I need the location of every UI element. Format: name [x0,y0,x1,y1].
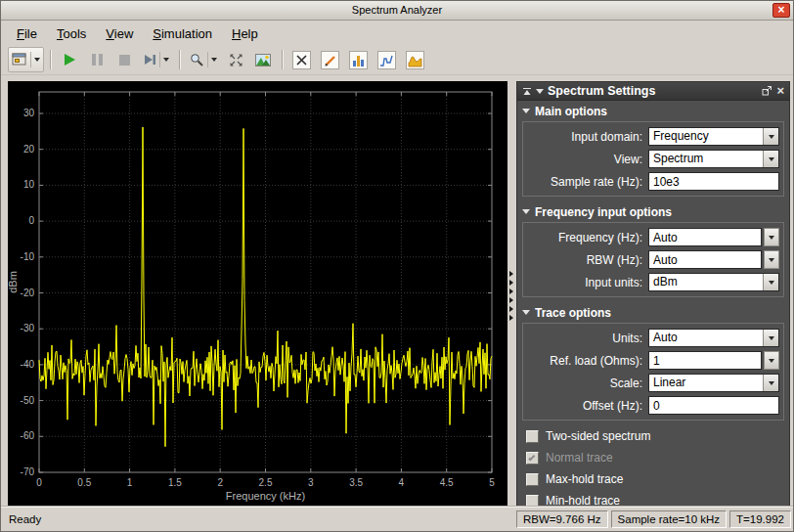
view-select[interactable]: Spectrum [648,150,779,168]
section-main-options[interactable]: Main options [517,101,789,121]
stop-button [111,47,137,72]
collapse-all-icon[interactable] [522,87,532,96]
peak-finder-button[interactable] [317,47,343,72]
zoom-button[interactable] [186,47,221,72]
title-bar[interactable]: Spectrum Analyzer × [1,1,793,21]
close-button[interactable]: × [772,3,790,18]
menu-file[interactable]: File [7,23,47,44]
svg-text:2.5: 2.5 [259,477,273,488]
run-button[interactable] [57,47,82,72]
rbw-input[interactable] [648,250,762,269]
cursor-measurements-button[interactable] [288,47,315,72]
input-units-select[interactable]: dBm [648,273,779,291]
section-frequency-input-options[interactable]: Frequency input options [517,201,789,222]
toolbar [1,45,793,75]
spectrum-plot[interactable]: 00.511.522.533.544.553020100-10-20-30-40… [8,81,507,507]
normal-trace-checkbox [526,452,539,465]
dropdown-button[interactable] [763,330,778,346]
chevron-down-icon [769,281,774,285]
fit-to-view-icon [229,53,243,67]
svg-text:-20: -20 [21,288,35,298]
min-hold-trace-row[interactable]: Min-hold trace [517,490,789,507]
normal-trace-row: Normal trace [517,447,789,468]
main-options-group: Input domain: Frequency View: Spectrum S… [522,121,784,197]
max-hold-trace-label: Max-hold trace [546,472,623,486]
input-units-label: Input units: [527,276,648,289]
spectrum-display[interactable]: 00.511.522.533.544.553020100-10-20-30-40… [8,81,507,507]
ref-load-row: Ref. load (Ohms): [527,349,779,372]
dropdown-button[interactable] [763,375,778,391]
section-trace-options[interactable]: Trace options [517,302,789,323]
svg-text:1: 1 [127,477,133,488]
ref-load-combo[interactable] [648,351,779,370]
scale-select[interactable]: Linear [648,374,779,392]
view-label: View: [527,153,648,166]
fit-to-view-button[interactable] [223,47,248,72]
frequency-input[interactable] [648,228,762,246]
sample-rate-input[interactable] [648,172,779,191]
rbw-row: RBW (Hz): [527,248,779,271]
ref-load-input[interactable] [648,351,762,370]
panel-close-icon[interactable]: × [776,85,784,97]
toolbar-separator [179,50,180,69]
menu-tools[interactable]: Tools [47,23,96,44]
chevron-down-icon [769,336,774,340]
dropdown-button[interactable] [764,351,779,370]
max-hold-trace-row[interactable]: Max-hold trace [517,468,789,490]
step-options-button[interactable] [139,47,173,72]
cursor-measurements-icon [294,53,309,67]
frequency-row: Frequency (Hz): [527,226,779,248]
section-collapse-icon [522,109,530,113]
dropdown-button[interactable] [763,151,778,167]
dropdown-button[interactable] [763,128,778,145]
undock-icon[interactable] [762,86,772,96]
two-sided-spectrum-checkbox[interactable] [526,430,539,443]
input-domain-select[interactable]: Frequency [648,127,779,146]
frequency-combo[interactable] [648,228,779,246]
panel-splitter[interactable] [507,81,516,507]
chevron-down-icon [211,58,217,62]
view-value: Spectrum [649,151,763,167]
dropdown-button[interactable] [764,250,779,269]
panel-menu-icon[interactable] [536,89,544,94]
ccdf-measurements-button[interactable] [374,47,400,72]
input-domain-value: Frequency [649,128,763,145]
input-domain-row: Input domain: Frequency [527,125,779,148]
peak-finder-icon [323,53,337,67]
style-button[interactable] [250,47,276,72]
spectrogram-button[interactable] [402,47,428,72]
svg-text:4: 4 [399,477,405,488]
rbw-combo[interactable] [648,250,779,269]
distortion-measurements-button[interactable] [345,47,372,72]
chevron-down-icon [769,236,774,240]
svg-text:5: 5 [489,477,495,488]
svg-text:-10: -10 [21,251,35,262]
menu-help[interactable]: Help [222,23,268,44]
status-rbw: RBW=9.766 Hz [516,510,608,528]
two-sided-spectrum-row[interactable]: Two-sided spectrum [517,425,789,447]
toolbar-separator [50,50,51,69]
units-row: Units: Auto [527,327,779,349]
configuration-properties-button[interactable] [8,47,44,72]
toolbar-separator [282,50,283,69]
max-hold-trace-checkbox[interactable] [526,473,539,486]
input-units-row: Input units: dBm [527,271,779,293]
step-forward-icon [143,53,156,66]
frequency-options-group: Frequency (Hz): RBW (Hz): Input units: d… [522,222,784,297]
sample-rate-row: Sample rate (Hz): [527,170,779,193]
run-icon [65,54,75,66]
ccdf-icon [379,53,394,67]
units-select[interactable]: Auto [648,329,779,347]
offset-input[interactable] [648,396,779,415]
dropdown-button[interactable] [764,228,779,246]
section-title: Frequency input options [535,205,672,219]
menu-simulation[interactable]: Simulation [143,23,222,44]
rbw-label: RBW (Hz): [527,253,648,267]
chevron-down-icon [769,258,774,262]
svg-text:0: 0 [36,477,42,488]
dropdown-button[interactable] [763,274,778,290]
window-title: Spectrum Analyzer [352,4,442,16]
menu-view[interactable]: View [96,23,143,44]
panel-collapse-button[interactable] [509,269,513,322]
svg-text:10: 10 [23,179,35,190]
